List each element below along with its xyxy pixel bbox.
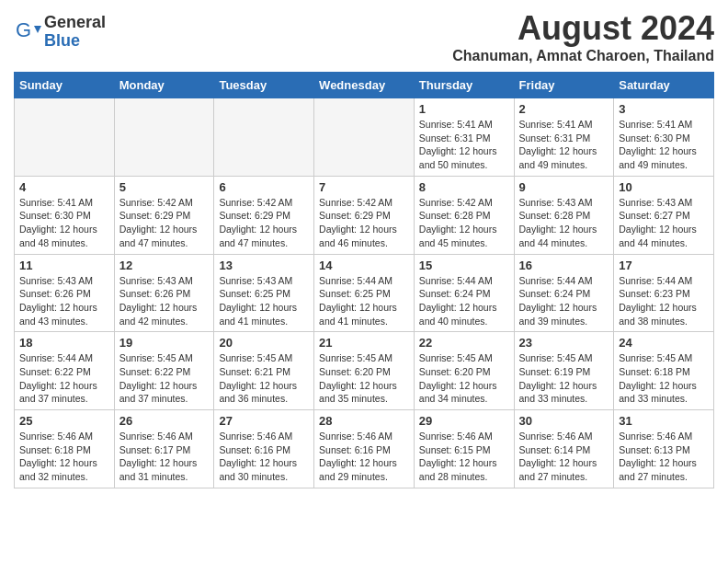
calendar-cell: 19Sunrise: 5:45 AM Sunset: 6:22 PM Dayli…	[114, 332, 214, 410]
day-number: 29	[419, 414, 509, 428]
day-number: 12	[119, 259, 210, 272]
day-info: Sunrise: 5:46 AM Sunset: 6:15 PM Dayligh…	[419, 430, 509, 484]
calendar-cell: 25Sunrise: 5:46 AM Sunset: 6:18 PM Dayli…	[15, 410, 115, 488]
day-info: Sunrise: 5:42 AM Sunset: 6:29 PM Dayligh…	[219, 196, 309, 250]
day-info: Sunrise: 5:43 AM Sunset: 6:25 PM Dayligh…	[219, 274, 309, 328]
calendar-week-4: 25Sunrise: 5:46 AM Sunset: 6:18 PM Dayli…	[15, 410, 714, 488]
calendar-cell: 30Sunrise: 5:46 AM Sunset: 6:14 PM Dayli…	[514, 410, 614, 488]
calendar-cell: 18Sunrise: 5:44 AM Sunset: 6:22 PM Dayli…	[15, 332, 115, 410]
day-number: 6	[219, 180, 309, 194]
day-info: Sunrise: 5:45 AM Sunset: 6:18 PM Dayligh…	[619, 351, 709, 406]
day-number: 21	[319, 336, 409, 350]
day-number: 14	[319, 259, 409, 272]
day-number: 24	[619, 336, 709, 350]
weekday-header-monday: Monday	[114, 73, 214, 98]
title-area: August 2024 Chanuman, Amnat Charoen, Tha…	[452, 9, 714, 64]
calendar-cell: 10Sunrise: 5:43 AM Sunset: 6:27 PM Dayli…	[614, 176, 714, 254]
day-number: 22	[419, 336, 509, 350]
calendar-cell: 23Sunrise: 5:45 AM Sunset: 6:19 PM Dayli…	[514, 332, 614, 410]
day-number: 4	[19, 180, 109, 194]
day-number: 16	[519, 259, 609, 272]
logo: G General Blue	[14, 14, 106, 51]
calendar-table: SundayMondayTuesdayWednesdayThursdayFrid…	[14, 72, 714, 488]
logo-icon: G	[14, 18, 41, 46]
weekday-header-sunday: Sunday	[15, 73, 115, 98]
calendar-cell: 2Sunrise: 5:41 AM Sunset: 6:31 PM Daylig…	[514, 98, 614, 177]
day-info: Sunrise: 5:43 AM Sunset: 6:28 PM Dayligh…	[519, 196, 609, 250]
day-number: 9	[519, 180, 609, 194]
calendar-cell: 16Sunrise: 5:44 AM Sunset: 6:24 PM Dayli…	[514, 254, 614, 332]
weekday-header-friday: Friday	[514, 73, 614, 98]
day-info: Sunrise: 5:42 AM Sunset: 6:28 PM Dayligh…	[419, 196, 509, 250]
day-number: 2	[519, 102, 609, 116]
day-number: 7	[319, 180, 409, 194]
calendar-cell: 17Sunrise: 5:44 AM Sunset: 6:23 PM Dayli…	[614, 254, 714, 332]
day-info: Sunrise: 5:45 AM Sunset: 6:19 PM Dayligh…	[519, 351, 609, 406]
day-number: 26	[119, 414, 210, 428]
day-info: Sunrise: 5:43 AM Sunset: 6:27 PM Dayligh…	[619, 196, 709, 250]
calendar-week-2: 11Sunrise: 5:43 AM Sunset: 6:26 PM Dayli…	[15, 254, 714, 332]
calendar-cell: 9Sunrise: 5:43 AM Sunset: 6:28 PM Daylig…	[514, 176, 614, 254]
calendar-cell: 14Sunrise: 5:44 AM Sunset: 6:25 PM Dayli…	[314, 254, 415, 332]
day-info: Sunrise: 5:46 AM Sunset: 6:16 PM Dayligh…	[219, 430, 309, 484]
calendar-cell: 20Sunrise: 5:45 AM Sunset: 6:21 PM Dayli…	[214, 332, 314, 410]
calendar-cell: 12Sunrise: 5:43 AM Sunset: 6:26 PM Dayli…	[114, 254, 214, 332]
day-number: 13	[219, 259, 309, 272]
day-number: 5	[119, 180, 210, 194]
day-number: 19	[119, 336, 210, 350]
day-info: Sunrise: 5:41 AM Sunset: 6:30 PM Dayligh…	[619, 118, 709, 172]
calendar-cell: 28Sunrise: 5:46 AM Sunset: 6:16 PM Dayli…	[314, 410, 415, 488]
day-info: Sunrise: 5:44 AM Sunset: 6:25 PM Dayligh…	[319, 274, 409, 328]
weekday-header-row: SundayMondayTuesdayWednesdayThursdayFrid…	[15, 73, 714, 98]
day-info: Sunrise: 5:45 AM Sunset: 6:21 PM Dayligh…	[219, 351, 309, 406]
day-number: 28	[319, 414, 409, 428]
day-info: Sunrise: 5:44 AM Sunset: 6:22 PM Dayligh…	[19, 351, 109, 406]
calendar-cell: 22Sunrise: 5:45 AM Sunset: 6:20 PM Dayli…	[414, 332, 514, 410]
day-info: Sunrise: 5:45 AM Sunset: 6:20 PM Dayligh…	[319, 351, 409, 406]
calendar-cell: 11Sunrise: 5:43 AM Sunset: 6:26 PM Dayli…	[15, 254, 115, 332]
day-info: Sunrise: 5:44 AM Sunset: 6:23 PM Dayligh…	[619, 274, 709, 328]
day-info: Sunrise: 5:42 AM Sunset: 6:29 PM Dayligh…	[119, 196, 210, 250]
day-number: 8	[419, 180, 509, 194]
calendar-cell: 7Sunrise: 5:42 AM Sunset: 6:29 PM Daylig…	[314, 176, 415, 254]
calendar-cell	[214, 98, 314, 177]
day-info: Sunrise: 5:41 AM Sunset: 6:30 PM Dayligh…	[19, 196, 109, 250]
calendar-cell: 21Sunrise: 5:45 AM Sunset: 6:20 PM Dayli…	[314, 332, 415, 410]
calendar-cell: 8Sunrise: 5:42 AM Sunset: 6:28 PM Daylig…	[414, 176, 514, 254]
calendar-cell: 13Sunrise: 5:43 AM Sunset: 6:25 PM Dayli…	[214, 254, 314, 332]
svg-text:G: G	[16, 18, 31, 41]
calendar-cell: 1Sunrise: 5:41 AM Sunset: 6:31 PM Daylig…	[414, 98, 514, 177]
location: Chanuman, Amnat Charoen, Thailand	[452, 48, 714, 64]
day-number: 27	[219, 414, 309, 428]
day-info: Sunrise: 5:46 AM Sunset: 6:16 PM Dayligh…	[319, 430, 409, 484]
calendar-cell	[114, 98, 214, 177]
calendar-cell: 29Sunrise: 5:46 AM Sunset: 6:15 PM Dayli…	[414, 410, 514, 488]
weekday-header-wednesday: Wednesday	[314, 73, 415, 98]
day-info: Sunrise: 5:44 AM Sunset: 6:24 PM Dayligh…	[519, 274, 609, 328]
day-number: 20	[219, 336, 309, 350]
header: G General Blue August 2024 Chanuman, Amn…	[14, 9, 714, 64]
calendar-cell: 31Sunrise: 5:46 AM Sunset: 6:13 PM Dayli…	[614, 410, 714, 488]
day-number: 31	[619, 414, 709, 428]
day-info: Sunrise: 5:46 AM Sunset: 6:14 PM Dayligh…	[519, 430, 609, 484]
weekday-header-saturday: Saturday	[614, 73, 714, 98]
calendar-cell: 24Sunrise: 5:45 AM Sunset: 6:18 PM Dayli…	[614, 332, 714, 410]
day-number: 25	[19, 414, 109, 428]
day-number: 3	[619, 102, 709, 116]
logo-text: General Blue	[44, 14, 106, 51]
day-info: Sunrise: 5:45 AM Sunset: 6:20 PM Dayligh…	[419, 351, 509, 406]
calendar-week-0: 1Sunrise: 5:41 AM Sunset: 6:31 PM Daylig…	[15, 98, 714, 177]
day-number: 10	[619, 180, 709, 194]
calendar-cell	[15, 98, 115, 177]
day-number: 17	[619, 259, 709, 272]
weekday-header-tuesday: Tuesday	[214, 73, 314, 98]
day-info: Sunrise: 5:46 AM Sunset: 6:13 PM Dayligh…	[619, 430, 709, 484]
svg-marker-1	[34, 26, 41, 33]
day-info: Sunrise: 5:42 AM Sunset: 6:29 PM Dayligh…	[319, 196, 409, 250]
calendar-week-3: 18Sunrise: 5:44 AM Sunset: 6:22 PM Dayli…	[15, 332, 714, 410]
month-year: August 2024	[452, 9, 714, 48]
logo-general-text: General	[44, 14, 106, 32]
day-number: 11	[19, 259, 109, 272]
calendar-cell: 4Sunrise: 5:41 AM Sunset: 6:30 PM Daylig…	[15, 176, 115, 254]
day-number: 18	[19, 336, 109, 350]
